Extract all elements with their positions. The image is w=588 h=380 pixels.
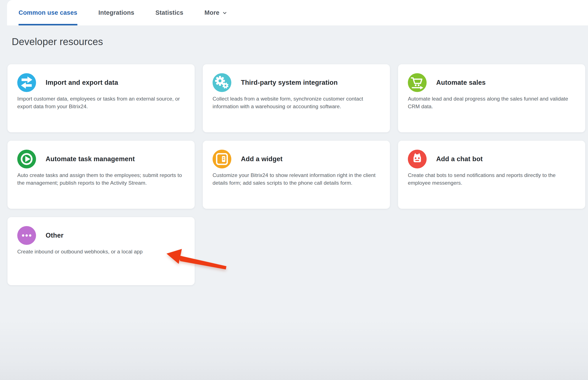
chat-bot-icon [408,150,427,169]
card-description: Automate lead and deal progress along th… [408,95,580,110]
card-header: Third-party system integration [213,73,385,92]
play-icon [17,150,36,169]
card-title: Third-party system integration [241,79,338,86]
card-title: Add a widget [241,155,282,163]
developer-resources-page: Common use cases Integrations Statistics… [0,0,588,380]
swap-arrows-icon [17,73,36,92]
card-header: Add a chat bot [408,150,581,169]
use-case-card-grid: Import and export data Import customer d… [7,64,585,285]
card-description: Collect leads from a website form, synch… [213,95,384,110]
card-title: Other [46,232,64,239]
tab-list: Common use cases Integrations Statistics… [18,0,227,25]
card-header: Automate sales [408,73,581,92]
tab-bar: Common use cases Integrations Statistics… [7,0,588,25]
tab-statistics[interactable]: Statistics [156,0,183,25]
tab-integrations[interactable]: Integrations [99,0,134,25]
card-title: Automate sales [436,79,486,86]
card-header: Add a widget [213,150,385,169]
card-title: Import and export data [46,79,118,86]
tab-label: More [205,9,219,16]
gears-icon [213,73,231,92]
chevron-down-icon [222,11,227,15]
tab-common-use-cases[interactable]: Common use cases [18,0,77,25]
card-description: Customize your Bitrix24 to show relevant… [213,171,384,187]
ellipsis-icon [17,226,36,245]
card-automate-sales[interactable]: Automate sales Automate lead and deal pr… [398,64,585,132]
card-third-party-system-integration[interactable]: Third-party system integration Collect l… [203,64,390,132]
card-add-a-widget[interactable]: Add a widget Customize your Bitrix24 to … [203,141,390,209]
card-add-a-chat-bot[interactable]: Add a chat bot Create chat bots to send … [398,141,585,209]
tab-more[interactable]: More [205,0,227,25]
card-description: Auto create tasks and assign them to the… [17,171,189,187]
tab-label: Integrations [99,9,134,16]
card-description: Create chat bots to send notifications a… [408,171,580,187]
card-automate-task-management[interactable]: Automate task management Auto create tas… [7,141,195,209]
card-title: Add a chat bot [436,155,483,163]
card-import-and-export-data[interactable]: Import and export data Import customer d… [7,64,195,132]
card-header: Automate task management [17,150,190,169]
shopping-cart-icon [408,73,427,92]
card-description: Import customer data, employees or tasks… [17,95,189,110]
page-title: Developer resources [12,36,103,47]
tab-label: Statistics [156,9,183,16]
card-title: Automate task management [46,155,135,163]
card-description: Create inbound or outbound webhooks, or … [17,248,189,256]
card-other[interactable]: Other Create inbound or outbound webhook… [7,217,195,285]
card-header: Other [17,226,190,245]
widget-icon [213,150,231,169]
card-header: Import and export data [17,73,190,92]
tab-label: Common use cases [18,9,77,16]
